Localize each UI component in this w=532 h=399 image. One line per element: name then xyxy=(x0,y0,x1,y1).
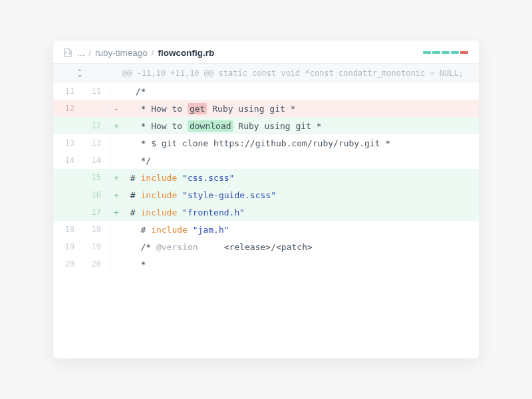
line-number-old: 13 xyxy=(53,138,80,148)
code-content: # include "style-guide.scss" xyxy=(122,190,479,200)
breadcrumb-separator: / xyxy=(88,48,91,58)
hunk-header-row: @@ -11,10 +11,10 @@ static const void *c… xyxy=(53,64,479,82)
diff-line[interactable]: 16+ # include "style-guide.scss" xyxy=(53,186,479,203)
diff-line[interactable]: 1919 /* @version <release>/<patch> xyxy=(53,238,479,255)
expand-hunk-button[interactable] xyxy=(53,68,106,78)
line-number-new: 14 xyxy=(80,156,106,165)
line-number-old: 20 xyxy=(53,259,80,269)
code-content: */ xyxy=(122,156,479,166)
gutter xyxy=(106,238,110,255)
gutter xyxy=(106,255,110,273)
diffstat-chips xyxy=(423,51,468,54)
line-number-new: 16 xyxy=(80,190,106,200)
code-content: # include "jam.h" xyxy=(122,225,479,235)
line-number-new: 12 xyxy=(80,121,106,130)
breadcrumb-ellipsis: ... xyxy=(77,48,84,58)
line-number-old: 11 xyxy=(53,86,80,96)
breadcrumb-folder[interactable]: ruby-timeago xyxy=(95,48,148,58)
breadcrumb-file[interactable]: flowconfig.rb xyxy=(158,48,215,58)
diff-sign: - xyxy=(110,104,122,114)
line-number-old: 14 xyxy=(53,156,80,165)
diff-panel: ... / ruby-timeago / flowconfig.rb @@ -1… xyxy=(53,41,479,358)
code-content: # include "frontend.h" xyxy=(122,207,479,217)
diffstat-chip-add xyxy=(423,51,431,54)
line-number-old: 19 xyxy=(53,242,80,251)
diff-line[interactable]: 1818 # include "jam.h" xyxy=(53,221,479,238)
gutter xyxy=(106,82,110,100)
code-content: /* xyxy=(122,86,479,96)
gutter xyxy=(106,221,110,238)
diff-line[interactable]: 1111 /* xyxy=(53,82,479,100)
diff-sign: + xyxy=(110,173,122,183)
diffstat-chip-del xyxy=(460,51,468,54)
breadcrumb-separator: / xyxy=(152,48,154,58)
code-content: * xyxy=(122,259,479,269)
code-content: * How to get Ruby using git * xyxy=(122,104,479,114)
diff-sign: + xyxy=(110,190,122,200)
line-number-new: 18 xyxy=(80,225,106,234)
gutter xyxy=(106,134,110,152)
line-number-new: 11 xyxy=(80,86,106,96)
line-number-new: 15 xyxy=(80,173,106,182)
diff-line[interactable]: 1414 */ xyxy=(53,152,479,169)
diff-line[interactable]: 1313 * $ git clone https://github.com/ru… xyxy=(53,134,479,152)
hunk-header-text: @@ -11,10 +11,10 @@ static const void *c… xyxy=(106,68,464,78)
file-icon xyxy=(63,47,73,58)
diff-body: 1111 /*12- * How to get Ruby using git *… xyxy=(53,82,479,358)
diff-sign: + xyxy=(110,121,122,131)
line-number-new: 13 xyxy=(80,138,106,148)
code-content: * $ git clone https://github.com/ruby/ru… xyxy=(122,138,479,148)
line-number-new: 20 xyxy=(80,259,106,269)
diff-line[interactable]: 2020 * xyxy=(53,255,479,273)
line-number-new: 19 xyxy=(80,242,106,251)
code-content: * How to download Ruby using git * xyxy=(122,121,479,131)
code-content: # include "css.scss" xyxy=(122,173,479,183)
diff-line[interactable]: 12- * How to get Ruby using git * xyxy=(53,100,479,117)
diffstat-chip-add xyxy=(442,51,450,54)
code-content: /* @version <release>/<patch> xyxy=(122,242,479,252)
diff-line[interactable]: 12+ * How to download Ruby using git * xyxy=(53,117,479,134)
diffstat-chip-add xyxy=(451,51,459,54)
gutter xyxy=(106,152,110,169)
diffstat-chip-add xyxy=(432,51,440,54)
line-number-old: 18 xyxy=(53,225,80,234)
diff-sign: + xyxy=(110,207,122,217)
breadcrumb: ... / ruby-timeago / flowconfig.rb xyxy=(63,47,214,58)
diff-line[interactable]: 17+ # include "frontend.h" xyxy=(53,203,479,221)
line-number-old: 12 xyxy=(53,104,80,113)
file-header: ... / ruby-timeago / flowconfig.rb xyxy=(53,41,479,64)
line-number-new: 17 xyxy=(80,207,106,217)
diff-line[interactable]: 15+ # include "css.scss" xyxy=(53,169,479,186)
